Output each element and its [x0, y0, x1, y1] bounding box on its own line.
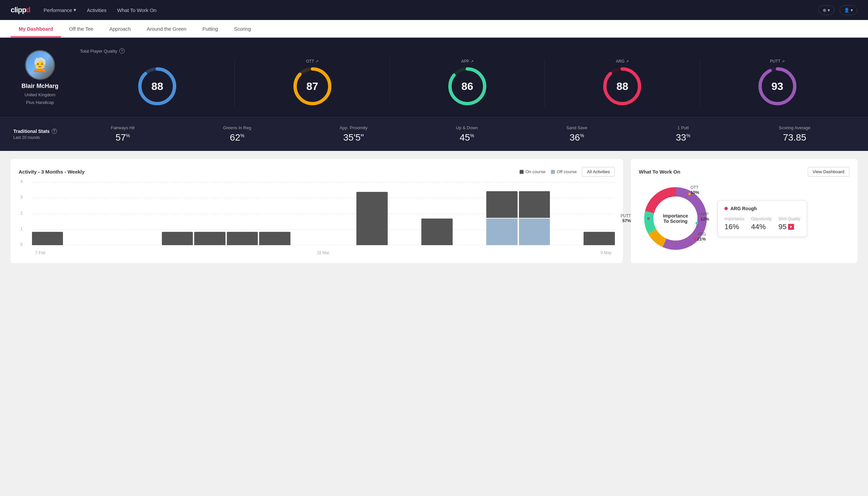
bar-group	[421, 218, 452, 245]
legend-off-course: Off course	[551, 169, 577, 174]
bar-group	[227, 232, 258, 245]
logo-text: clipp	[11, 6, 26, 14]
bar-offcourse	[519, 218, 550, 245]
bars-container	[32, 182, 615, 245]
bar-oncourse	[32, 232, 63, 245]
bar-group	[584, 232, 615, 245]
nav-performance[interactable]: Performance ▾	[44, 7, 76, 13]
bar-group	[194, 232, 225, 245]
bar-group	[64, 244, 95, 245]
stat-name-fairways-hit: Fairways Hit	[111, 125, 135, 130]
stat-value-greens-in-reg: 62%	[223, 132, 251, 143]
main-content: Activity - 3 Months - Weekly On course O…	[0, 151, 868, 271]
logo[interactable]: clippd	[11, 6, 30, 14]
donut-wrapper: Importance To Scoring	[639, 182, 712, 255]
stat-item-fairways-hit: Fairways Hit 57%	[111, 125, 135, 143]
bar-group	[292, 244, 323, 245]
traditional-stats: Traditional Stats ? Last 20 rounds Fairw…	[0, 117, 868, 151]
tab-scoring[interactable]: Scoring	[226, 20, 259, 37]
tab-around-the-green[interactable]: Around the Green	[139, 20, 194, 37]
bar-group	[357, 192, 388, 245]
stat-item-up-and-down: Up & Down 45%	[456, 125, 478, 143]
bar-oncourse	[162, 232, 193, 245]
bar-oncourse	[259, 232, 290, 245]
stat-value-app-proximity: 35'5"	[340, 132, 368, 143]
stat-value-fairways-hit: 57%	[111, 132, 135, 143]
score-item-app: APP ↗ 86	[390, 59, 545, 106]
tab-approach[interactable]: Approach	[101, 20, 139, 37]
help-icon[interactable]: ?	[119, 48, 125, 53]
bar-oncourse	[486, 191, 517, 218]
navigation: clippd Performance ▾ Activities What To …	[0, 0, 868, 20]
activity-chart-title: Activity - 3 Months - Weekly	[19, 169, 84, 174]
stat-item-sand-save: Sand Save 36%	[566, 125, 587, 143]
bar-group	[324, 244, 355, 245]
bar-oncourse	[519, 191, 550, 218]
circle-value-putt: 93	[771, 80, 784, 93]
info-metrics: Importance 16% Opportunity 44% Shot Qual…	[724, 217, 800, 231]
bar-group	[454, 244, 485, 245]
nav-icons: ⊕ ▾ 👤 ▾	[818, 5, 857, 15]
player-country: United Kingdom	[25, 92, 56, 97]
trad-help-icon[interactable]: ?	[52, 128, 57, 134]
tab-putting[interactable]: Putting	[194, 20, 226, 37]
stat-name-greens-in-reg: Greens In Reg	[223, 125, 251, 130]
stat-item-1-putt: 1 Putt 33%	[676, 125, 691, 143]
info-metric-shot-quality: Shot Quality 95 ▼	[778, 217, 800, 231]
x-label-feb: 7 Feb	[35, 250, 46, 255]
activity-card-header: Activity - 3 Months - Weekly On course O…	[19, 167, 615, 176]
player-info: 🧑‍🦳 Blair McHarg United Kingdom Plus Han…	[13, 50, 67, 105]
legend-on-course: On course	[520, 169, 546, 174]
chart-area: 4 3 2 1 0 7 Feb 28 Mar 9 May	[19, 182, 615, 255]
all-activities-button[interactable]: All Activities	[582, 167, 615, 176]
circle-app: 86	[447, 66, 487, 106]
score-label-putt: PUTT ↗	[770, 59, 785, 64]
chevron-down-icon: ▾	[74, 7, 76, 13]
chart-legend: On course Off course	[520, 169, 577, 174]
work-card: What To Work On View Dashboard	[631, 159, 857, 263]
nav-activities[interactable]: Activities	[87, 7, 107, 13]
score-label-arg: ARG ↗	[616, 59, 629, 64]
tab-my-dashboard[interactable]: My Dashboard	[11, 20, 61, 37]
arrow-icon-ott: ↗	[315, 59, 318, 64]
bar-group	[486, 191, 517, 245]
stat-name-scoring-avg: Scoring Average	[779, 125, 810, 130]
nav-what-to-work-on[interactable]: What To Work On	[117, 7, 157, 13]
stat-name-sand-save: Sand Save	[566, 125, 587, 130]
circle-putt: 93	[757, 66, 798, 106]
stat-item-scoring-avg: Scoring Average 73.85	[779, 125, 810, 143]
stat-value-1-putt: 33%	[676, 132, 691, 143]
work-card-title: What To Work On	[639, 169, 680, 174]
add-button[interactable]: ⊕ ▾	[818, 5, 834, 15]
total-quality-label: Total Player Quality ?	[80, 48, 855, 53]
score-item-total: - 88	[80, 59, 235, 106]
circle-arg: 88	[602, 66, 642, 106]
score-item-arg: ARG ↗ 88	[545, 59, 700, 106]
tab-off-the-tee[interactable]: Off the Tee	[61, 20, 101, 37]
on-course-dot	[520, 170, 524, 174]
bar-group	[162, 232, 193, 245]
bar-group	[259, 232, 290, 245]
info-metric-opportunity: Opportunity 44%	[751, 217, 772, 231]
donut-center: Importance To Scoring	[663, 213, 688, 224]
stat-item-greens-in-reg: Greens In Reg 62%	[223, 125, 251, 143]
bar-oncourse	[421, 218, 452, 245]
user-chevron: ▾	[851, 7, 853, 13]
bar-group	[97, 244, 128, 245]
score-item-putt: PUTT ↗ 93	[700, 59, 855, 106]
off-course-dot	[551, 170, 555, 174]
down-arrow-icon: ▼	[788, 224, 794, 230]
trad-stats-title: Traditional Stats ?	[13, 128, 67, 134]
bar-group	[519, 191, 550, 245]
score-label-ott: OTT ↗	[306, 59, 318, 64]
view-dashboard-button[interactable]: View Dashboard	[808, 167, 849, 176]
user-button[interactable]: 👤 ▾	[840, 5, 857, 15]
stat-value-sand-save: 36%	[566, 132, 587, 143]
circle-value-ott: 87	[306, 80, 318, 93]
stat-name-1-putt: 1 Putt	[676, 125, 691, 130]
score-circles: - 88 OTT ↗ 87 APP ↗	[80, 59, 855, 106]
trad-stats-label: Traditional Stats ? Last 20 rounds	[13, 128, 67, 140]
bar-group	[129, 244, 160, 245]
bar-oncourse	[194, 232, 225, 245]
stat-name-app-proximity: App. Proximity	[340, 125, 368, 130]
